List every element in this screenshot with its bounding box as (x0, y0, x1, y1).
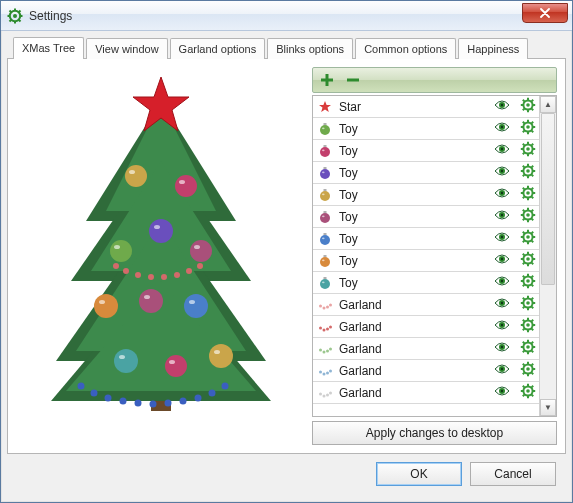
item-settings-button[interactable] (519, 362, 537, 380)
svg-point-229 (319, 348, 322, 351)
svg-point-126 (501, 192, 503, 194)
list-item[interactable]: Garland (313, 360, 539, 382)
svg-point-200 (329, 303, 332, 306)
svg-line-179 (532, 254, 534, 256)
svg-line-7 (19, 10, 21, 12)
add-item-button[interactable] (317, 71, 337, 89)
svg-line-119 (532, 166, 534, 168)
tab-xmas-tree[interactable]: XMas Tree (13, 37, 84, 59)
visibility-toggle[interactable] (493, 252, 511, 270)
svg-line-120 (523, 175, 525, 177)
item-settings-button[interactable] (519, 186, 537, 204)
item-settings-button[interactable] (519, 164, 537, 182)
svg-point-27 (114, 245, 120, 249)
svg-rect-77 (324, 123, 327, 125)
list-item[interactable]: Toy (313, 162, 539, 184)
list-item[interactable]: Garland (313, 316, 539, 338)
visibility-toggle[interactable] (493, 296, 511, 314)
item-settings-button[interactable] (519, 296, 537, 314)
eye-icon (494, 143, 510, 158)
visibility-toggle[interactable] (493, 230, 511, 248)
scroll-up-button[interactable]: ▲ (540, 96, 556, 113)
visibility-toggle[interactable] (493, 340, 511, 358)
gear-icon (520, 361, 536, 380)
svg-point-44 (135, 272, 141, 278)
svg-line-73 (532, 109, 534, 111)
item-settings-button[interactable] (519, 120, 537, 138)
visibility-toggle[interactable] (493, 120, 511, 138)
svg-point-248 (329, 369, 332, 372)
list-item[interactable]: Garland (313, 338, 539, 360)
svg-point-36 (114, 349, 138, 373)
item-settings-button[interactable] (519, 230, 537, 248)
visibility-toggle[interactable] (493, 186, 511, 204)
list-item[interactable]: Toy (313, 228, 539, 250)
scroll-track[interactable] (540, 113, 556, 399)
visibility-toggle[interactable] (493, 142, 511, 160)
item-list[interactable]: StarToyToyToyToyToyToyToyToyGarlandGarla… (313, 96, 539, 416)
item-settings-button[interactable] (519, 252, 537, 270)
svg-point-263 (326, 393, 329, 396)
list-item[interactable]: Toy (313, 184, 539, 206)
item-settings-button[interactable] (519, 318, 537, 336)
visibility-toggle[interactable] (493, 98, 511, 116)
svg-point-111 (501, 170, 503, 172)
svg-line-103 (532, 153, 534, 155)
apply-changes-button[interactable]: Apply changes to desktop (312, 421, 557, 445)
item-settings-button[interactable] (519, 340, 537, 358)
list-item[interactable]: Garland (313, 382, 539, 404)
tab-happiness[interactable]: Happiness (458, 38, 528, 59)
tabstrip: XMas Tree View window Garland options Bl… (7, 37, 566, 59)
list-item[interactable]: Toy (313, 272, 539, 294)
visibility-toggle[interactable] (493, 318, 511, 336)
list-item[interactable]: Toy (313, 206, 539, 228)
gear-icon (520, 163, 536, 182)
list-item[interactable]: Star (313, 96, 539, 118)
svg-point-141 (501, 214, 503, 216)
list-item[interactable]: Toy (313, 118, 539, 140)
list-item[interactable]: Toy (313, 140, 539, 162)
visibility-toggle[interactable] (493, 164, 511, 182)
tab-label: Blinks options (276, 43, 344, 55)
item-settings-button[interactable] (519, 142, 537, 160)
eye-icon (494, 253, 510, 268)
eye-icon (494, 231, 510, 246)
svg-point-232 (329, 347, 332, 350)
item-settings-button[interactable] (519, 384, 537, 402)
scroll-thumb[interactable] (541, 113, 555, 285)
svg-point-168 (320, 257, 330, 267)
visibility-toggle[interactable] (493, 384, 511, 402)
list-scrollbar[interactable]: ▲ ▼ (539, 96, 556, 416)
visibility-toggle[interactable] (493, 274, 511, 292)
item-label: Toy (339, 144, 487, 158)
tab-blinks-options[interactable]: Blinks options (267, 38, 353, 59)
item-settings-button[interactable] (519, 274, 537, 292)
scroll-down-button[interactable]: ▼ (540, 399, 556, 416)
svg-point-199 (326, 305, 329, 308)
list-item[interactable]: Toy (313, 250, 539, 272)
titlebar: Settings (1, 1, 572, 31)
tab-garland-options[interactable]: Garland options (170, 38, 266, 59)
visibility-toggle[interactable] (493, 208, 511, 226)
list-item[interactable]: Garland (313, 294, 539, 316)
svg-point-247 (326, 371, 329, 374)
svg-point-49 (197, 263, 203, 269)
svg-line-147 (523, 210, 525, 212)
item-settings-button[interactable] (519, 98, 537, 116)
item-settings-button[interactable] (519, 208, 537, 226)
remove-item-button[interactable] (343, 71, 363, 89)
ok-button[interactable]: OK (376, 462, 462, 486)
svg-line-118 (532, 175, 534, 177)
svg-point-34 (184, 294, 208, 318)
svg-point-244 (526, 345, 530, 349)
svg-point-39 (214, 350, 220, 354)
eye-icon (494, 121, 510, 136)
close-button[interactable] (522, 3, 568, 23)
svg-line-192 (523, 276, 525, 278)
tab-common-options[interactable]: Common options (355, 38, 456, 59)
cancel-button[interactable]: Cancel (470, 462, 556, 486)
item-type-icon (317, 121, 333, 137)
svg-line-240 (523, 342, 525, 344)
tab-view-window[interactable]: View window (86, 38, 167, 59)
visibility-toggle[interactable] (493, 362, 511, 380)
